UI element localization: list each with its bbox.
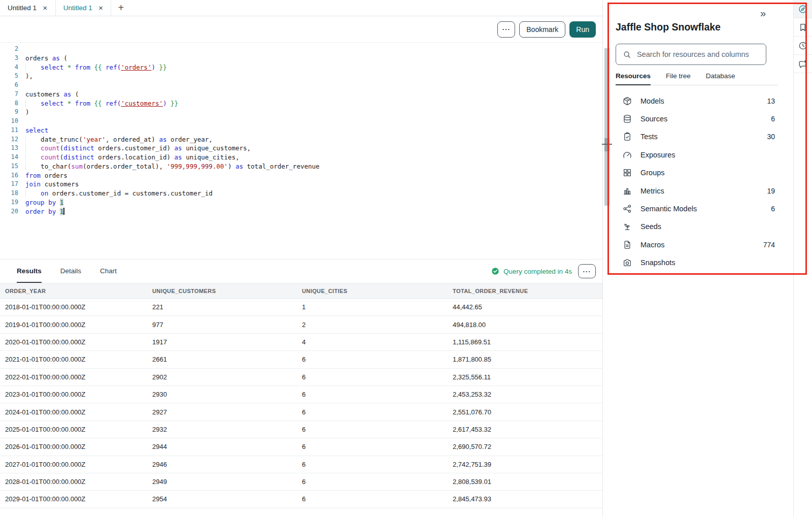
line-number: 17 [0, 180, 18, 189]
column-header-order_year[interactable]: ORDER_YEAR [0, 288, 152, 294]
code-line-17[interactable]: 17join customers [0, 180, 602, 189]
column-header-unique_cities[interactable]: UNIQUE_CITIES [302, 288, 453, 294]
table-cell: 2,742,751.39 [453, 461, 602, 468]
table-row[interactable]: 2027-01-01T00:00:00.000Z294662,742,751.3… [0, 456, 602, 473]
run-button[interactable]: Run [569, 21, 596, 38]
table-cell: 2932 [152, 426, 302, 433]
resource-item-seeds[interactable]: Seeds [616, 218, 776, 236]
resource-item-macros[interactable]: Macros774 [616, 236, 776, 253]
table-cell: 6 [302, 391, 453, 398]
column-header-unique_customers[interactable]: UNIQUE_CUSTOMERS [152, 288, 302, 294]
query-status-text: Query completed in 4s [503, 268, 572, 275]
sidebar-tab-file-tree[interactable]: File tree [666, 71, 691, 85]
code-line-9[interactable]: 9) [0, 108, 602, 117]
column-header-total_order_revenue[interactable]: TOTAL_ORDER_REVENUE [453, 288, 602, 294]
close-icon[interactable]: ✕ [43, 5, 48, 12]
code-line-5[interactable]: 5), [0, 72, 602, 81]
line-number: 4 [0, 63, 18, 72]
table-row[interactable]: 2021-01-01T00:00:00.000Z266161,871,800.8… [0, 351, 602, 368]
results-tab-results[interactable]: Results [17, 260, 42, 283]
toolbar-more-button[interactable]: ··· [497, 21, 515, 38]
code-line-4[interactable]: 4 select * from {{ ref('orders') }} [0, 63, 602, 72]
resource-label: Tests [640, 133, 658, 141]
editor-tab-label: Untitled 1 [8, 4, 37, 12]
code-line-11[interactable]: 11select [0, 126, 602, 135]
resource-count: 6 [771, 115, 776, 123]
editor-tab-2[interactable]: Untitled 1✕ [56, 0, 112, 16]
code-line-14[interactable]: 14 count(distinct orders.location_id) as… [0, 153, 602, 162]
line-number: 3 [0, 54, 18, 63]
table-row[interactable]: 2025-01-01T00:00:00.000Z293262,617,453.3… [0, 421, 602, 438]
resource-search-box[interactable] [616, 44, 766, 65]
code-line-19[interactable]: 19group by 1 [0, 198, 602, 207]
resource-item-semantic-models[interactable]: Semantic Models6 [616, 200, 776, 217]
table-row[interactable]: 2018-01-01T00:00:00.000Z221144,442.65 [0, 299, 602, 316]
code-line-20[interactable]: 20order by 1 [0, 207, 602, 216]
resource-label: Macros [640, 241, 665, 249]
compass-rail-button[interactable] [794, 0, 812, 18]
resource-label: Snapshots [640, 258, 675, 267]
code-line-10[interactable]: 10 [0, 117, 602, 126]
sidebar-tab-database[interactable]: Database [706, 71, 735, 85]
code-line-15[interactable]: 15 to_char(sum(orders.order_total), '999… [0, 162, 602, 171]
results-tab-bar: ResultsDetailsChart Query completed in 4… [0, 260, 602, 283]
code-line-13[interactable]: 13 count(distinct orders.customer_id) as… [0, 144, 602, 153]
history-icon [798, 41, 807, 50]
bookmark-rail-button[interactable] [794, 18, 812, 37]
table-row[interactable]: 2022-01-01T00:00:00.000Z290262,325,556.1… [0, 369, 602, 386]
line-number: 15 [0, 162, 18, 171]
code-line-12[interactable]: 12 date_trunc('year', ordered_at) as ord… [0, 135, 602, 144]
table-row[interactable]: 2026-01-01T00:00:00.000Z294462,690,570.7… [0, 438, 602, 456]
sql-code-editor[interactable]: 23orders as (4 select * from {{ ref('ord… [0, 43, 602, 259]
bookmark-button[interactable]: Bookmark [519, 21, 565, 38]
table-row[interactable]: 2020-01-01T00:00:00.000Z191741,115,869.5… [0, 334, 602, 351]
collapse-panel-icon[interactable]: » [760, 8, 766, 18]
table-cell: 2954 [152, 495, 302, 503]
search-input[interactable] [636, 50, 760, 59]
table-cell: 1917 [152, 338, 302, 346]
resource-item-models[interactable]: Models13 [616, 92, 776, 110]
table-cell: 494,818.00 [453, 321, 602, 329]
editor-tab-1[interactable]: Untitled 1✕ [0, 0, 56, 16]
resource-item-metrics[interactable]: Metrics19 [616, 182, 776, 200]
code-line-8[interactable]: 8 select * from {{ ref('customers') }} [0, 99, 602, 108]
resource-item-sources[interactable]: Sources6 [616, 110, 776, 127]
code-line-6[interactable]: 6 [0, 81, 602, 90]
code-text: select * from {{ ref('customers') }} [25, 99, 178, 108]
resource-label: Semantic Models [640, 205, 697, 213]
results-tab-details[interactable]: Details [60, 260, 81, 283]
resource-label: Groups [640, 169, 665, 177]
close-icon[interactable]: ✕ [98, 5, 104, 12]
code-text: group by 1 [25, 198, 63, 207]
history-rail-button[interactable] [794, 37, 812, 55]
table-row[interactable]: 2029-01-01T00:00:00.000Z295462,845,473.9… [0, 491, 602, 508]
table-row[interactable]: 2019-01-01T00:00:00.000Z9772494,818.00 [0, 316, 602, 333]
code-line-2[interactable]: 2 [0, 45, 602, 54]
table-cell: 6 [302, 478, 453, 486]
table-row[interactable]: 2024-01-01T00:00:00.000Z292762,551,076.7… [0, 403, 602, 421]
code-line-3[interactable]: 3orders as ( [0, 54, 602, 63]
panel-resize-grip[interactable] [604, 138, 610, 151]
code-text: count(distinct orders.customer_id) as un… [25, 144, 251, 153]
sidebar-tab-resources[interactable]: Resources [616, 71, 651, 85]
table-cell: 2661 [152, 356, 302, 363]
table-row[interactable]: 2023-01-01T00:00:00.000Z293062,453,253.3… [0, 386, 602, 403]
table-row[interactable]: 2028-01-01T00:00:00.000Z294962,808,539.0… [0, 473, 602, 491]
resource-item-snapshots[interactable]: Snapshots [616, 254, 776, 272]
code-line-18[interactable]: 18 on orders.customer_id = customers.cus… [0, 189, 602, 198]
results-tab-chart[interactable]: Chart [100, 260, 117, 283]
results-more-button[interactable]: ··· [578, 264, 596, 278]
resource-item-tests[interactable]: Tests30 [616, 128, 776, 146]
resource-item-exposures[interactable]: Exposures [616, 146, 776, 164]
code-line-16[interactable]: 16from orders [0, 171, 602, 180]
message-plus-rail-button[interactable] [794, 55, 812, 73]
panel-resize-track[interactable] [604, 48, 610, 206]
code-text: select * from {{ ref('orders') }} [25, 63, 167, 72]
code-text: from orders [25, 171, 67, 180]
new-tab-button[interactable]: + [111, 0, 130, 16]
bar-chart-icon [623, 186, 632, 196]
resource-item-groups[interactable]: Groups [616, 164, 776, 182]
code-line-7[interactable]: 7customers as ( [0, 90, 602, 99]
editor-tab-bar: Untitled 1✕Untitled 1✕ + [0, 0, 602, 16]
table-cell: 44,442.65 [453, 303, 602, 311]
